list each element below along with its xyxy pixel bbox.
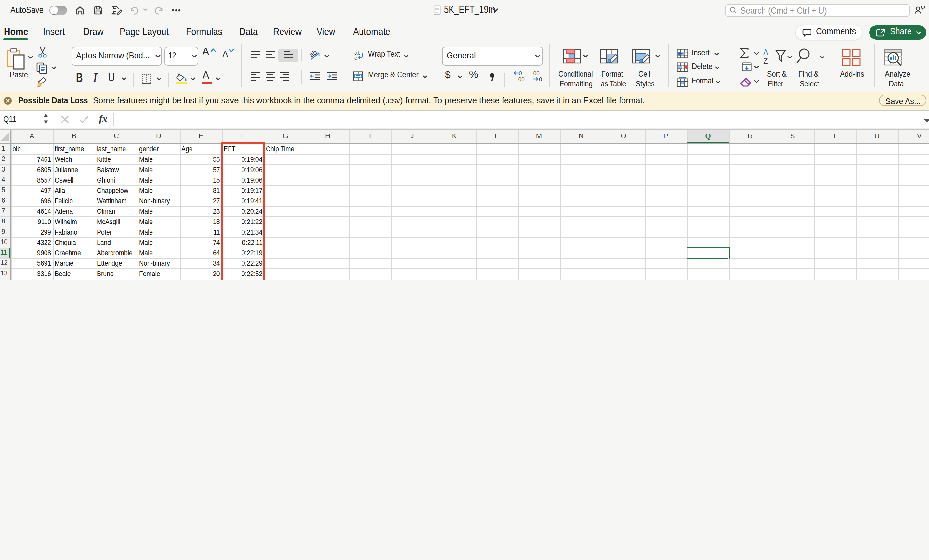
svg-text:0: 0 (539, 77, 542, 82)
svg-text:0: 0 (519, 70, 522, 77)
svg-text:Z: Z (763, 57, 768, 64)
svg-text:A: A (763, 48, 768, 57)
svg-text:.00: .00 (517, 77, 524, 82)
svg-text:c: c (354, 55, 357, 60)
svg-text:.00: .00 (532, 70, 540, 77)
